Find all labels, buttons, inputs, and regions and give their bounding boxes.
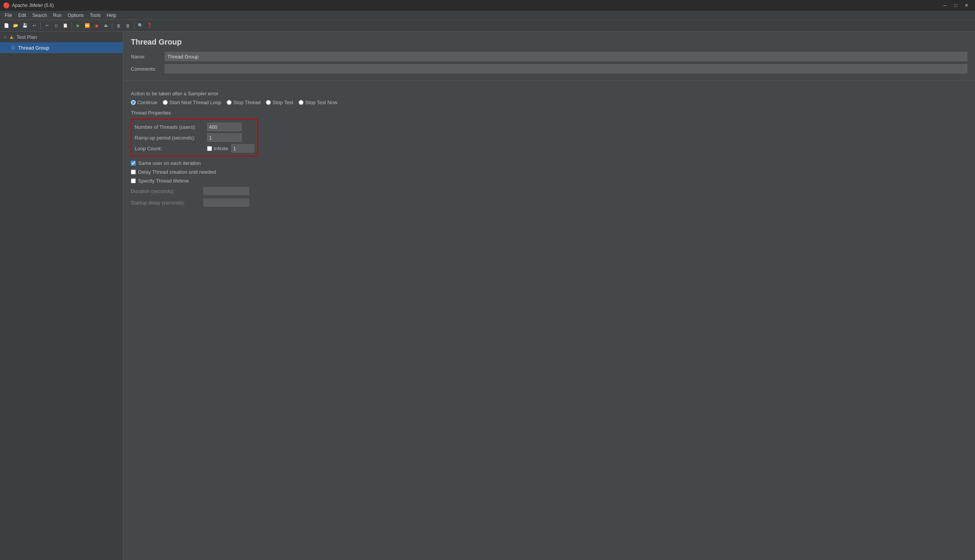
sidebar-item-test-plan[interactable]: ∨ ▲ Test Plan	[0, 32, 123, 42]
close-button[interactable]: ✕	[961, 0, 972, 11]
maximize-button[interactable]: □	[950, 0, 961, 11]
radio-stop-thread[interactable]: Stop Thread	[227, 100, 261, 105]
toolbar-new[interactable]: 📄	[2, 22, 11, 30]
toolbar-open[interactable]: 📂	[12, 22, 20, 30]
panel-header: Thread Group Name: Comments:	[123, 32, 975, 81]
menu-search[interactable]: Search	[29, 12, 50, 19]
menu-help[interactable]: Help	[104, 12, 119, 19]
radio-stop-test-label: Stop Test	[273, 100, 293, 105]
menu-file[interactable]: File	[2, 12, 15, 19]
loop-count-label: Loop Count:	[135, 146, 204, 152]
radio-continue-label: Continue	[137, 100, 157, 105]
name-row: Name:	[131, 52, 967, 61]
app-title: Apache JMeter (5.6)	[12, 3, 54, 8]
toolbar-sep-4	[134, 22, 134, 29]
toolbar-save[interactable]: 💾	[21, 22, 29, 30]
toolbar-sep-2	[72, 22, 72, 29]
error-action-label: Action to be taken after a Sampler error	[131, 91, 967, 97]
content-panel: Thread Group Name: Comments: Action to b…	[123, 32, 975, 560]
sidebar: ∨ ▲ Test Plan ⚙ Thread Group	[0, 32, 123, 560]
startup-delay-row: Startup delay (seconds):	[131, 198, 967, 207]
menu-bar: File Edit Search Run Options Tools Help	[0, 11, 975, 20]
delay-thread-checkbox[interactable]	[131, 170, 136, 175]
toolbar-clear-all[interactable]: 🗑	[124, 22, 132, 30]
specify-lifetime-checkbox[interactable]	[131, 178, 136, 183]
radio-stop-test-now[interactable]: Stop Test Now	[299, 100, 338, 105]
radio-stop-test[interactable]: Stop Test	[266, 100, 293, 105]
title-bar-left: 🔴 Apache JMeter (5.6)	[3, 2, 54, 8]
toolbar-clear[interactable]: 🗑	[114, 22, 123, 30]
radio-start-next-label: Start Next Thread Loop	[169, 100, 221, 105]
sidebar-item-test-plan-label: Test Plan	[17, 34, 37, 40]
same-user-checkbox[interactable]	[131, 161, 136, 166]
radio-continue-input[interactable]	[131, 100, 136, 105]
main-layout: ∨ ▲ Test Plan ⚙ Thread Group Thread Grou…	[0, 32, 975, 560]
num-threads-label: Number of Threads (users):	[135, 124, 204, 130]
menu-options[interactable]: Options	[65, 12, 87, 19]
radio-start-next[interactable]: Start Next Thread Loop	[163, 100, 221, 105]
num-threads-row: Number of Threads (users):	[135, 123, 254, 131]
infinite-check-group: Infinite	[207, 146, 228, 152]
ramp-up-label: Ramp-up period (seconds):	[135, 135, 204, 141]
toolbar-help[interactable]: ❓	[145, 22, 154, 30]
startup-delay-label: Startup delay (seconds):	[131, 200, 200, 206]
delay-thread-row: Delay Thread creation until needed	[131, 169, 967, 175]
toolbar-start[interactable]: ▶	[74, 22, 82, 30]
radio-stop-test-now-input[interactable]	[299, 100, 304, 105]
radio-continue[interactable]: Continue	[131, 100, 157, 105]
ramp-up-input[interactable]	[207, 133, 242, 142]
menu-tools[interactable]: Tools	[87, 12, 104, 19]
num-threads-input[interactable]	[207, 123, 242, 131]
duration-row: Duration (seconds):	[131, 187, 967, 195]
sidebar-item-thread-group-label: Thread Group	[18, 45, 49, 51]
app-icon: 🔴	[3, 2, 10, 8]
delay-thread-label[interactable]: Delay Thread creation until needed	[138, 169, 216, 175]
name-label: Name:	[131, 54, 162, 60]
sidebar-item-thread-group[interactable]: ⚙ Thread Group	[0, 42, 123, 53]
thread-properties-box: Number of Threads (users): Ramp-up perio…	[131, 119, 258, 157]
radio-stop-test-input[interactable]	[266, 100, 271, 105]
toolbar: 📄 📂 💾 ↩ ✂ ⎘ 📋 ▶ ⏩ ⏹ ⏏ 🗑 🗑 🔍 ❓	[0, 20, 975, 32]
duration-label: Duration (seconds):	[131, 188, 200, 194]
toolbar-paste[interactable]: 📋	[61, 22, 70, 30]
toolbar-shutdown[interactable]: ⏏	[102, 22, 110, 30]
radio-stop-test-now-label: Stop Test Now	[305, 100, 338, 105]
loop-count-input[interactable]	[231, 144, 254, 153]
infinite-checkbox[interactable]	[207, 146, 212, 151]
thread-properties-heading: Thread Properties	[131, 110, 967, 116]
form-content: Action to be taken after a Sampler error…	[123, 81, 975, 215]
toolbar-sep-1	[40, 22, 41, 29]
comments-label: Comments:	[131, 66, 162, 72]
toolbar-copy[interactable]: ⎘	[52, 22, 60, 30]
menu-run[interactable]: Run	[50, 12, 65, 19]
menu-edit[interactable]: Edit	[15, 12, 29, 19]
window-controls: ─ □ ✕	[940, 0, 972, 11]
minimize-button[interactable]: ─	[940, 0, 950, 11]
infinite-label[interactable]: Infinite	[214, 146, 228, 152]
triangle-icon: ▲	[9, 34, 14, 40]
gear-icon: ⚙	[11, 45, 16, 51]
toolbar-revert[interactable]: ↩	[30, 22, 38, 30]
toolbar-start-no-pause[interactable]: ⏩	[83, 22, 92, 30]
title-bar: 🔴 Apache JMeter (5.6) ─ □ ✕	[0, 0, 975, 11]
radio-start-next-input[interactable]	[163, 100, 168, 105]
toolbar-sep-3	[112, 22, 112, 29]
radio-stop-thread-label: Stop Thread	[233, 100, 261, 105]
comments-input[interactable]	[165, 64, 967, 73]
name-input[interactable]	[165, 52, 967, 61]
panel-title: Thread Group	[131, 38, 967, 47]
loop-count-row: Loop Count: Infinite	[135, 144, 254, 153]
specify-lifetime-label[interactable]: Specify Thread lifetime	[138, 178, 189, 184]
toolbar-stop[interactable]: ⏹	[92, 22, 101, 30]
radio-stop-thread-input[interactable]	[227, 100, 232, 105]
toolbar-search[interactable]: 🔍	[136, 22, 145, 30]
same-user-label[interactable]: Same user on each iteration	[138, 160, 201, 166]
ramp-up-row: Ramp-up period (seconds):	[135, 133, 254, 142]
duration-input[interactable]	[203, 187, 249, 195]
startup-delay-input[interactable]	[203, 198, 249, 207]
specify-lifetime-row: Specify Thread lifetime	[131, 178, 967, 184]
error-action-radio-group: Continue Start Next Thread Loop Stop Thr…	[131, 100, 967, 105]
toolbar-cut[interactable]: ✂	[43, 22, 51, 30]
comments-row: Comments:	[131, 64, 967, 73]
same-user-row: Same user on each iteration	[131, 160, 967, 166]
